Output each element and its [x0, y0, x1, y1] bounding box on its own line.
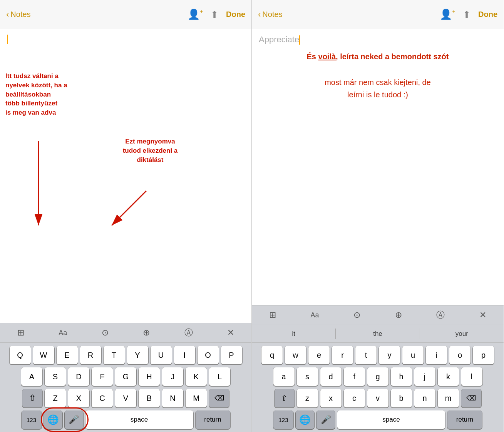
left-toolbar-table-icon[interactable]: ⊞: [17, 328, 24, 338]
left-key-k[interactable]: K: [186, 367, 207, 386]
right-key-q[interactable]: q: [261, 346, 283, 364]
left-key-shift[interactable]: ⇧: [22, 389, 42, 407]
right-key-row-3: ⇧ z x c v b n m ⌫: [253, 389, 502, 407]
right-key-return[interactable]: return: [447, 410, 482, 429]
right-key-j[interactable]: j: [414, 367, 435, 386]
right-toolbar-format-icon[interactable]: Aa: [310, 311, 319, 319]
left-key-a[interactable]: A: [21, 367, 42, 386]
right-key-b[interactable]: b: [391, 389, 412, 407]
left-key-b[interactable]: B: [139, 389, 160, 407]
left-key-l[interactable]: L: [209, 367, 230, 386]
left-key-row-4: 123 🌐 🎤 space return: [2, 410, 250, 429]
left-key-s[interactable]: S: [45, 367, 66, 386]
left-toolbar-close-icon[interactable]: ✕: [227, 328, 234, 338]
right-key-z[interactable]: z: [297, 389, 318, 407]
left-toolbar-add-icon[interactable]: ⊕: [143, 328, 150, 338]
left-note-area[interactable]: Itt tudsz váltani a nyelvek között, ha a…: [0, 29, 251, 323]
left-key-p[interactable]: P: [221, 346, 242, 364]
left-toolbar-check-icon[interactable]: ⊙: [102, 328, 109, 338]
left-key-e[interactable]: E: [57, 346, 78, 364]
left-key-f[interactable]: F: [92, 367, 113, 386]
right-key-shift[interactable]: ⇧: [275, 389, 295, 407]
right-key-e[interactable]: e: [308, 346, 330, 364]
left-key-i[interactable]: I: [174, 346, 195, 364]
left-key-mic[interactable]: 🎤: [65, 410, 83, 429]
left-key-delete[interactable]: ⌫: [209, 389, 229, 407]
right-key-space[interactable]: space: [337, 410, 445, 429]
left-toolbar-compose-icon[interactable]: Ⓐ: [184, 327, 193, 339]
left-key-w[interactable]: W: [33, 346, 54, 364]
left-key-n[interactable]: N: [162, 389, 183, 407]
left-key-return[interactable]: return: [196, 410, 230, 429]
left-nav-bar: ‹ Notes 👤+ ⬆ Done: [0, 0, 251, 29]
left-key-m[interactable]: M: [186, 389, 207, 407]
right-key-m[interactable]: m: [438, 389, 459, 407]
left-key-o[interactable]: O: [198, 346, 219, 364]
right-key-g[interactable]: g: [367, 367, 388, 386]
right-key-i[interactable]: i: [426, 346, 447, 364]
left-key-c[interactable]: C: [92, 389, 113, 407]
right-key-d[interactable]: d: [320, 367, 342, 386]
left-key-globe[interactable]: 🌐: [44, 410, 62, 429]
right-toolbar-compose-icon[interactable]: Ⓐ: [436, 309, 445, 321]
right-done-button[interactable]: Done: [478, 10, 497, 19]
left-add-person-icon[interactable]: 👤+: [188, 8, 203, 20]
left-key-space[interactable]: space: [85, 410, 193, 429]
left-key-r[interactable]: R: [80, 346, 101, 364]
left-key-x[interactable]: X: [68, 389, 89, 407]
left-key-d[interactable]: D: [68, 367, 89, 386]
left-key-z[interactable]: Z: [45, 389, 66, 407]
right-key-globe[interactable]: 🌐: [296, 410, 314, 429]
left-share-icon[interactable]: ⬆: [211, 9, 218, 20]
left-back-button[interactable]: ‹ Notes: [6, 10, 31, 20]
right-share-icon[interactable]: ⬆: [463, 9, 471, 20]
right-note-area[interactable]: Appreciate És voilà, leírta neked a bemo…: [252, 29, 504, 305]
right-toolbar-check-icon[interactable]: ⊙: [353, 310, 360, 320]
right-autocorrect-your[interactable]: your: [420, 330, 504, 338]
left-key-t[interactable]: T: [104, 346, 125, 364]
right-back-label: Notes: [262, 10, 282, 19]
right-key-o[interactable]: o: [449, 346, 471, 364]
right-key-w[interactable]: w: [285, 346, 306, 364]
left-key-h[interactable]: H: [139, 367, 160, 386]
right-autocorrect-the[interactable]: the: [336, 330, 419, 338]
left-key-123[interactable]: 123: [22, 410, 42, 429]
right-key-t[interactable]: t: [355, 346, 377, 364]
left-keyboard: Q W E R T Y U I O P A S D F G H J K L ⇧ …: [0, 343, 251, 432]
right-panel: ‹ Notes 👤+ ⬆ Done Appreciate És voilà, l…: [252, 0, 504, 432]
right-back-button[interactable]: ‹ Notes: [258, 10, 283, 20]
right-key-f[interactable]: f: [344, 367, 365, 386]
right-key-s[interactable]: s: [297, 367, 318, 386]
right-key-delete[interactable]: ⌫: [461, 389, 481, 407]
right-key-n[interactable]: n: [414, 389, 435, 407]
right-key-x[interactable]: x: [320, 389, 342, 407]
left-key-g[interactable]: G: [115, 367, 136, 386]
left-key-q[interactable]: Q: [10, 346, 31, 364]
left-key-j[interactable]: J: [162, 367, 183, 386]
right-note-normal-text: most már nem csak kiejteni, deleírni is …: [259, 76, 497, 101]
right-note-bold-text: És voilà, leírta neked a bemondott szót: [259, 51, 497, 62]
right-key-v[interactable]: v: [367, 389, 388, 407]
right-key-u[interactable]: u: [402, 346, 424, 364]
right-key-p[interactable]: p: [473, 346, 494, 364]
left-key-u[interactable]: U: [151, 346, 172, 364]
left-toolbar-format-icon[interactable]: Aa: [59, 329, 67, 337]
left-key-y[interactable]: Y: [127, 346, 148, 364]
right-toolbar-close-icon[interactable]: ✕: [479, 310, 486, 320]
right-toolbar-table-icon[interactable]: ⊞: [269, 310, 276, 320]
right-key-mic[interactable]: 🎤: [316, 410, 335, 429]
right-key-c[interactable]: c: [344, 389, 365, 407]
right-autocorrect-it[interactable]: it: [252, 330, 335, 338]
right-key-123[interactable]: 123: [273, 410, 293, 429]
right-key-r[interactable]: r: [332, 346, 353, 364]
left-done-button[interactable]: Done: [226, 10, 245, 19]
right-key-h[interactable]: h: [391, 367, 412, 386]
right-key-a[interactable]: a: [273, 367, 295, 386]
left-key-v[interactable]: V: [115, 389, 136, 407]
right-add-person-icon[interactable]: 👤+: [440, 8, 455, 20]
right-key-k[interactable]: k: [438, 367, 459, 386]
right-toolbar-add-icon[interactable]: ⊕: [395, 310, 402, 320]
right-cursor: [299, 35, 300, 45]
right-key-l[interactable]: l: [461, 367, 482, 386]
right-key-y[interactable]: y: [379, 346, 400, 364]
